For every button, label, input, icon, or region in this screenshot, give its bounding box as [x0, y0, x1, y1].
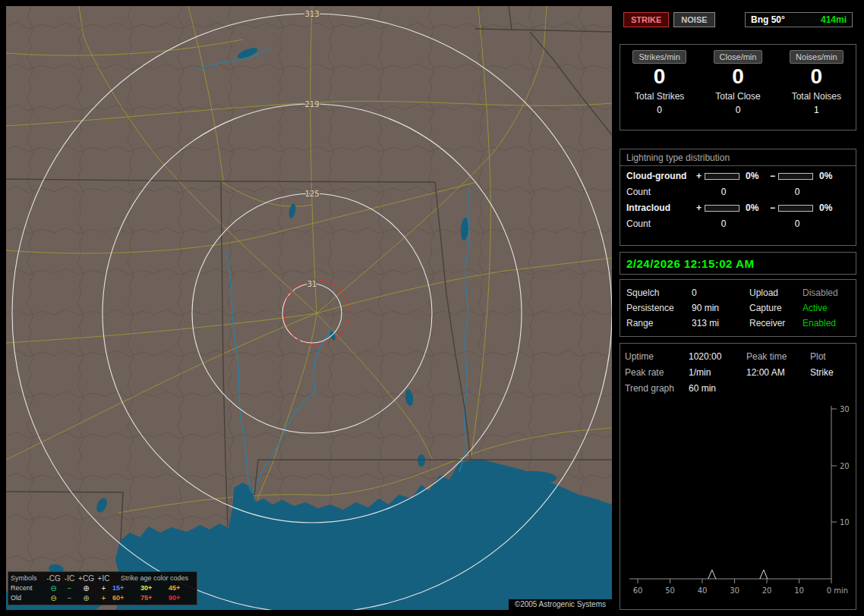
recent-neg-ic-symbol: −	[61, 584, 77, 593]
upload-label: Upload	[749, 285, 803, 300]
persistence-value: 90 min	[692, 300, 749, 316]
x-tick-10: 10	[794, 586, 804, 595]
lightning-map[interactable]: 313 219 125 31 Symbols -CG -IC +CG +IC S…	[6, 6, 612, 610]
noise-toggle-button[interactable]: NOISE	[673, 12, 714, 27]
ic-plus-sign: +	[693, 203, 705, 213]
status-panel: Squelch 0 Upload Disabled Persistence 90…	[620, 279, 856, 337]
age-75: 75+	[140, 593, 169, 603]
age-45: 45+	[169, 583, 197, 593]
close-per-min-value: 0	[700, 64, 776, 89]
bearing-distance: 414mi	[821, 14, 847, 25]
receiver-state: Enabled	[803, 316, 850, 331]
uptime-label: Uptime	[625, 349, 689, 365]
uptime-value: 1020:00	[689, 349, 746, 365]
close-per-min-button[interactable]: Close/min	[714, 50, 763, 64]
legend-row-old-label: Old	[11, 593, 46, 603]
copyright-text: ©2005 Astrogenic Systems	[509, 599, 612, 610]
counters-panel: Strikes/min 0 Total Strikes 0 Close/min …	[620, 44, 856, 130]
noises-per-min-value: 0	[778, 64, 854, 89]
ic-plus-count: 0	[705, 218, 743, 229]
peak-time-value: 12:00 AM	[746, 365, 810, 381]
ring-label-313: 313	[304, 10, 319, 18]
y-tick-30: 30	[840, 405, 850, 413]
sidebar: STRIKE NOISE Bng 50° 414mi Strikes/min 0…	[618, 6, 858, 610]
plot-label: Plot	[810, 349, 851, 365]
legend-age-header: Strike age color codes	[112, 574, 197, 583]
old-neg-ic-symbol: −	[61, 594, 77, 603]
strikes-per-min-button[interactable]: Strikes/min	[632, 50, 686, 64]
strikes-per-min-value: 0	[622, 64, 698, 89]
cg-minus-sign: −	[767, 171, 778, 181]
strike-rate-series	[708, 570, 768, 579]
squelch-label: Squelch	[626, 285, 692, 300]
legend-col-pos-cg: +CG	[77, 574, 95, 583]
x-tick-20: 20	[762, 586, 772, 595]
stats-trend-panel: Uptime 1020:00 Peak time Plot Peak rate …	[620, 343, 856, 610]
legend-row-recent-label: Recent	[11, 583, 46, 593]
ic-plus-percent: 0%	[743, 203, 767, 213]
legend-col-neg-ic: -IC	[61, 574, 77, 583]
ic-minus-count: 0	[778, 218, 816, 229]
ring-label-219: 219	[304, 100, 319, 108]
distribution-title: Lightning type distribution	[620, 149, 856, 166]
legend-symbols-header: Symbols	[11, 574, 46, 583]
cg-plus-sign: +	[693, 171, 705, 181]
persistence-label: Persistence	[626, 300, 692, 316]
cg-minus-bar	[778, 173, 813, 180]
total-strikes-label: Total Strikes	[622, 91, 698, 102]
x-tick-60: 60	[633, 586, 643, 595]
total-close-label: Total Close	[700, 91, 776, 102]
total-close-value: 0	[700, 105, 776, 115]
ic-count-label: Count	[626, 218, 693, 229]
capture-label: Capture	[749, 300, 803, 316]
x-tick-40: 40	[698, 586, 708, 595]
plot-value: Strike	[810, 365, 851, 381]
intracloud-label: Intracloud	[626, 203, 693, 213]
receiver-label: Receiver	[749, 316, 803, 331]
cg-minus-percent: 0%	[816, 171, 840, 181]
legend-col-pos-ic: +IC	[95, 574, 112, 583]
x-tick-50: 50	[665, 586, 675, 595]
trend-window-value: 60 min	[689, 381, 746, 397]
total-noises-value: 1	[778, 105, 854, 115]
alarm-toggle-panel: STRIKE NOISE Bng 50° 414mi	[620, 9, 856, 30]
cg-minus-count: 0	[778, 187, 816, 197]
ring-label-31: 31	[307, 280, 317, 288]
bearing-readout: Bng 50° 414mi	[745, 12, 853, 27]
recent-pos-ic-symbol: +	[95, 584, 112, 593]
ic-minus-percent: 0%	[816, 203, 840, 213]
noises-per-min-button[interactable]: Noises/min	[790, 50, 843, 64]
map-canvas[interactable]: 313 219 125 31	[6, 6, 612, 610]
ic-minus-bar	[778, 205, 813, 212]
cg-count-label: Count	[626, 187, 693, 197]
cg-plus-bar	[705, 173, 739, 180]
ring-label-125: 125	[304, 190, 319, 198]
ic-minus-sign: −	[767, 203, 778, 213]
old-pos-ic-symbol: +	[95, 594, 112, 603]
cg-plus-count: 0	[705, 187, 743, 197]
total-strikes-value: 0	[622, 105, 698, 115]
recent-neg-cg-symbol: ⊖	[46, 584, 61, 593]
old-neg-cg-symbol: ⊖	[46, 594, 61, 603]
upload-state: Disabled	[803, 285, 850, 300]
capture-state: Active	[803, 300, 850, 316]
squelch-value: 0	[692, 285, 749, 300]
clock-panel: 2/24/2026 12:15:02 AM	[620, 252, 856, 275]
age-30: 30+	[140, 583, 169, 593]
peak-time-label: Peak time	[746, 349, 810, 365]
age-60: 60+	[112, 593, 140, 603]
range-value: 313 mi	[692, 316, 749, 331]
recent-pos-cg-symbol: ⊕	[77, 584, 95, 593]
noises-counter-column: Noises/min 0 Total Noises 1	[778, 50, 854, 130]
y-tick-10: 10	[840, 518, 850, 526]
peak-rate-label: Peak rate	[625, 365, 689, 381]
legend-col-neg-cg: -CG	[46, 574, 61, 583]
strike-toggle-button[interactable]: STRIKE	[623, 12, 669, 27]
cg-plus-percent: 0%	[743, 171, 767, 181]
y-tick-20: 20	[840, 462, 850, 470]
map-legend: Symbols -CG -IC +CG +IC Strike age color…	[8, 571, 197, 605]
trend-graph: 30 20 10 60 50 40 30 20 10 0 min	[625, 401, 856, 600]
range-label: Range	[626, 316, 692, 331]
x-tick-0-min: 0 min	[827, 586, 848, 595]
x-tick-30: 30	[730, 586, 739, 595]
